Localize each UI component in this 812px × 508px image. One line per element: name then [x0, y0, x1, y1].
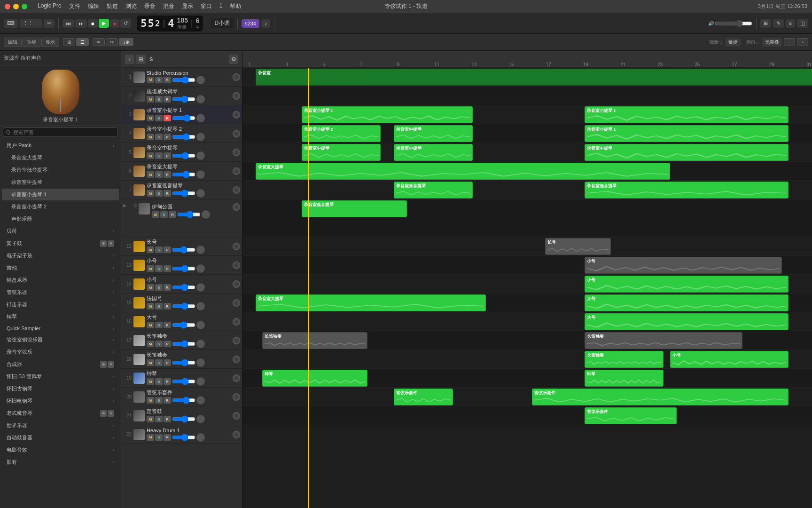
volume-slider[interactable] [172, 397, 195, 404]
record-button[interactable]: R [164, 378, 171, 385]
pan-knob[interactable] [196, 76, 205, 84]
sidebar-item-mellotron[interactable]: 老式魔音琴 ⊕ ≋ [2, 407, 119, 419]
pan-knob[interactable] [196, 189, 205, 198]
sidebar-item-strings[interactable]: 录音室弦乐 › [2, 346, 119, 358]
mute-button[interactable]: M [147, 397, 154, 404]
solo-button[interactable]: S [155, 378, 163, 385]
pan-knob[interactable] [196, 114, 205, 122]
mute-button[interactable]: M [147, 152, 154, 159]
volume-slider[interactable] [177, 211, 201, 218]
add-badge3[interactable]: ⊕ [100, 410, 107, 417]
solo-button[interactable]: S [155, 115, 163, 121]
pan-knob[interactable] [196, 170, 205, 179]
volume-slider[interactable] [172, 114, 195, 122]
pan-knob[interactable] [196, 415, 205, 423]
menu-mix[interactable]: 混音 [163, 2, 174, 10]
sidebar-item-epiano[interactable]: 怀旧电钢琴 › [2, 395, 119, 407]
volume-slider[interactable] [172, 152, 195, 159]
clip[interactable]: 长笛独奏 [262, 332, 367, 349]
clip[interactable]: 钟琴 [585, 370, 664, 387]
record-button[interactable]: R [164, 359, 171, 366]
sidebar-item-contrabass[interactable]: 录音室低音提琴 [2, 164, 119, 176]
wave-badge[interactable]: ≋ [108, 240, 114, 247]
record-button[interactable]: R [164, 152, 171, 159]
clip[interactable]: 小号 [585, 276, 789, 293]
sidebar-item-bass-cat[interactable]: 贝司 › [2, 225, 119, 237]
clip[interactable]: 管弦乐套件 [394, 389, 453, 405]
clip[interactable]: 小号 [670, 351, 789, 368]
volume-slider[interactable] [172, 95, 195, 103]
record-button[interactable]: R [164, 284, 171, 291]
menu-display[interactable]: 显示 [182, 2, 193, 10]
master-volume-slider[interactable] [715, 20, 752, 27]
wave-badge2[interactable]: ≋ [108, 361, 114, 368]
clip[interactable]: 录音室中提琴 [585, 144, 789, 161]
pan-knob[interactable] [196, 95, 205, 103]
sidebar-item-user-patch[interactable]: 用户 Patch › [2, 140, 119, 151]
solo-button[interactable]: S [155, 190, 163, 197]
add-badge[interactable]: ⊕ [100, 240, 107, 247]
solo-button[interactable]: S [155, 246, 163, 253]
fullscreen-button[interactable] [22, 4, 27, 9]
scissors-tool[interactable]: ✂ [106, 38, 118, 46]
clip[interactable]: 录音室大提琴 [256, 294, 486, 311]
snap-value[interactable]: 敏捷 [726, 38, 741, 47]
list-view-btn[interactable]: ☰ [76, 38, 89, 46]
solo-button[interactable]: S [155, 303, 163, 310]
record-button[interactable]: R [164, 171, 171, 178]
pan-knob[interactable] [196, 340, 205, 348]
sidebar-item-synth[interactable]: 合成器 ⊕ ≋ [2, 358, 119, 370]
volume-slider[interactable] [172, 246, 195, 254]
sidebar-item-edrums[interactable]: 电子架子鼓 › [2, 250, 119, 262]
mute-button[interactable]: M [147, 434, 154, 441]
record-button[interactable]: R [164, 96, 171, 103]
clip[interactable]: 录音室中提琴 [394, 144, 473, 161]
expand-icon[interactable]: ▶ [123, 203, 126, 208]
mute-button[interactable]: M [147, 303, 154, 310]
mute-button[interactable]: M [152, 211, 159, 218]
mixer-button[interactable]: ⊞ [760, 19, 771, 28]
pointer-tool[interactable]: ↓⊕ [119, 38, 133, 46]
notes-button[interactable]: ≡ [786, 19, 795, 28]
pan-knob[interactable] [196, 246, 205, 254]
edit-btn[interactable]: 编辑 [4, 38, 22, 47]
menu-file[interactable]: 文件 [69, 2, 80, 10]
editor-button[interactable]: ✎ [773, 19, 784, 28]
zoom-in-btn[interactable]: + [797, 38, 808, 46]
volume-slider[interactable] [172, 321, 195, 329]
clip[interactable]: 大号 [585, 294, 789, 311]
browser-button[interactable]: ◫ [797, 19, 808, 28]
tuner-button[interactable]: ♪ [261, 19, 271, 28]
arrange-scroll[interactable]: 录音室 录音室小提琴 1 录音室小提琴 1 [242, 68, 812, 508]
menu-window[interactable]: 窗口 [201, 2, 212, 10]
volume-slider[interactable] [172, 340, 195, 348]
clip[interactable]: 钟琴 [262, 370, 367, 387]
toolbar-metronome[interactable]: ⋮⋮⋮ [20, 19, 42, 28]
minimize-button[interactable] [13, 4, 19, 9]
search-input[interactable] [3, 127, 118, 137]
add-badge2[interactable]: ⊕ [100, 361, 107, 368]
record-button[interactable]: R [164, 77, 171, 83]
sidebar-item-voice[interactable]: 声部乐器 [2, 213, 119, 225]
clip[interactable]: 长笛独奏 [585, 351, 664, 368]
record-button[interactable]: R [164, 303, 171, 310]
record-button[interactable]: R [164, 134, 171, 140]
pan-knob[interactable] [202, 210, 210, 219]
function-btn[interactable]: 功能 [23, 38, 40, 47]
volume-slider[interactable] [172, 415, 195, 423]
clip[interactable]: 录音室 [256, 69, 812, 86]
clip[interactable]: 管弦乐套件 [585, 407, 677, 424]
grid-view-btn[interactable]: ⊞ [63, 38, 75, 46]
sidebar-item-violin2[interactable]: 录音室小提琴 2 [2, 201, 119, 213]
mute-button[interactable]: M [147, 115, 154, 121]
stop-button[interactable]: ■ [88, 19, 98, 28]
pan-knob[interactable] [196, 264, 205, 273]
clip[interactable]: 长号 [545, 238, 611, 255]
loop-button[interactable]: ↺ [120, 19, 131, 28]
sidebar-item-legacy[interactable]: 旧有 › [2, 456, 119, 468]
pencil-tool[interactable]: ✏ [93, 38, 105, 46]
record-button[interactable]: R [164, 322, 171, 328]
pan-knob[interactable] [196, 358, 205, 367]
pan-knob[interactable] [196, 377, 205, 386]
volume-slider[interactable] [172, 171, 195, 178]
